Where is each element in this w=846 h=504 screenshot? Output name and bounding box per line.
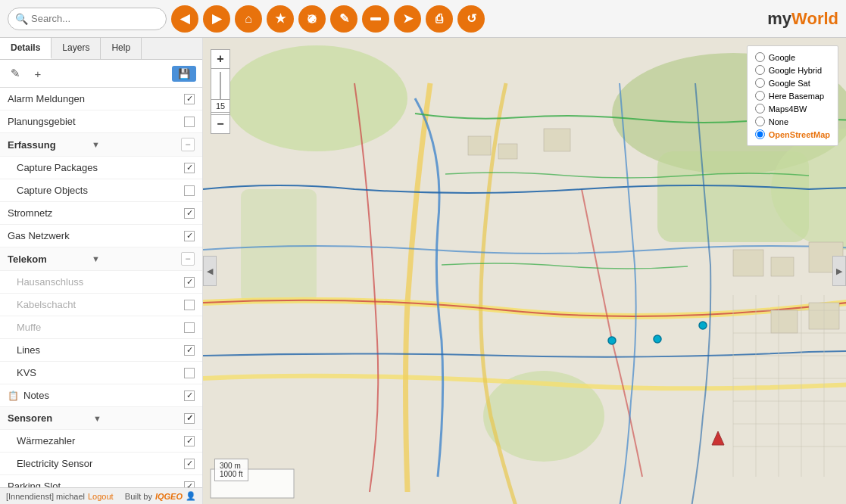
svg-rect-1	[370, 17, 381, 20]
logout-link[interactable]: Logout	[88, 492, 114, 501]
svg-rect-19	[544, 129, 570, 151]
layer-item-sensoren[interactable]: Sensoren ▼	[0, 407, 202, 430]
svg-point-14	[654, 335, 661, 343]
scale-line2: 1000 ft	[220, 470, 243, 478]
checkbox-lines[interactable]	[184, 345, 195, 356]
layer-label-telekom: Telekom	[8, 254, 89, 265]
zoom-out-button[interactable]: −	[211, 114, 230, 134]
checkbox-notes[interactable]	[184, 390, 195, 401]
telekom-collapse-button[interactable]: −	[181, 252, 195, 266]
layer-item-erfassung[interactable]: Erfassung ▼ −	[0, 133, 202, 157]
basemap-none[interactable]: None	[755, 115, 830, 128]
statusbar-right: Built by IQGEO 👤	[125, 491, 196, 501]
zoom-in-button[interactable]: +	[211, 49, 230, 69]
layer-item-notes[interactable]: 📋 Notes	[0, 384, 202, 407]
home-button[interactable]: ⌂	[235, 5, 262, 33]
add-layer-button[interactable]: +	[29, 64, 47, 82]
back-button[interactable]: ◀	[171, 5, 198, 33]
tab-layers[interactable]: Layers	[52, 38, 101, 59]
layer-item-kvs[interactable]: KVS	[0, 362, 202, 384]
navigate-button[interactable]: ➤	[394, 5, 421, 33]
save-layers-button[interactable]: 💾	[172, 66, 196, 82]
checkbox-sensoren[interactable]	[184, 413, 195, 424]
checkbox-capture-packages[interactable]	[184, 163, 195, 173]
checkbox-warmezahler[interactable]	[184, 436, 195, 446]
layer-label-erfassung: Erfassung	[8, 139, 89, 151]
basemap-google-hybrid-radio[interactable]	[755, 65, 765, 75]
basemap-google-radio[interactable]	[755, 52, 765, 62]
sidebar-tabs: Details Layers Help	[0, 38, 202, 60]
svg-rect-17	[468, 136, 491, 155]
layer-item-kabelschacht[interactable]: Kabelschacht	[0, 294, 202, 316]
layer-label-notes: Notes	[23, 390, 184, 401]
link-button[interactable]	[298, 5, 326, 33]
layer-item-hausanschluss[interactable]: Hausanschluss	[0, 271, 202, 294]
checkbox-alarm[interactable]	[184, 94, 195, 104]
tab-help[interactable]: Help	[101, 38, 142, 59]
sidebar: Details Layers Help ✎ + 💾 Alarm Meldunge…	[0, 38, 203, 504]
checkbox-gas-netzwerk[interactable]	[184, 231, 195, 241]
print-button[interactable]: ⎙	[426, 5, 453, 33]
basemap-osm-radio[interactable]	[755, 129, 765, 139]
basemap-here-radio[interactable]	[755, 91, 765, 101]
layer-item-stromnetz[interactable]: Stromnetz	[0, 202, 202, 225]
checkbox-stromnetz[interactable]	[184, 208, 195, 219]
layer-item-electricity-sensor[interactable]: Electricity Sensor	[0, 453, 202, 475]
basemap-maps4bw-radio[interactable]	[755, 104, 765, 114]
notes-icon: 📋	[8, 390, 19, 401]
iqgeo-logo: IQGEO	[155, 492, 183, 501]
basemap-google[interactable]: Google	[755, 51, 830, 64]
checkbox-planungsgebiet[interactable]	[184, 117, 195, 127]
layer-item-capture-packages[interactable]: Capture Packages	[0, 157, 202, 179]
sensoren-expand-icon: ▼	[93, 414, 101, 423]
edit-layer-button[interactable]: ✎	[6, 64, 24, 82]
checkbox-hausanschluss[interactable]	[184, 277, 195, 288]
telekom-expand-icon: ▼	[92, 254, 100, 263]
layer-item-lines[interactable]: Lines	[0, 339, 202, 362]
app-logo: myWorld	[767, 9, 838, 29]
basemap-google-hybrid[interactable]: Google Hybrid	[755, 64, 830, 76]
svg-point-13	[608, 337, 616, 344]
layer-item-warmezahler[interactable]: Wärmezahler	[0, 430, 202, 453]
erfassung-collapse-button[interactable]: −	[181, 138, 195, 151]
map-container[interactable]: + 15 − ◀ ▶ Google Google Hybrid	[203, 38, 846, 504]
checkbox-capture-objects[interactable]	[184, 185, 195, 196]
layer-item-planungsgebiet[interactable]: Planungsgebiet	[0, 110, 202, 133]
svg-point-12	[483, 371, 604, 462]
basemap-none-label: None	[769, 117, 788, 126]
checkbox-muffe[interactable]	[184, 322, 195, 333]
forward-button[interactable]: ▶	[203, 5, 230, 33]
layer-item-parking-slot[interactable]: Parking Slot	[0, 475, 202, 487]
layer-label-capture-objects: Capture Objects	[17, 185, 184, 196]
basemap-maps4bw[interactable]: Maps4BW	[755, 102, 830, 115]
checkbox-parking-slot[interactable]	[184, 481, 195, 488]
favorites-button[interactable]: ★	[267, 5, 294, 33]
layer-item-gas-netzwerk[interactable]: Gas Netzwerk	[0, 225, 202, 247]
statusbar: [Innendienst] michael Logout Built by IQ…	[0, 487, 202, 504]
basemap-osm[interactable]: OpenStreetMap	[755, 128, 830, 141]
basemap-selector: Google Google Hybrid Google Sat Here Bas…	[747, 45, 838, 146]
basemap-google-sat[interactable]: Google Sat	[755, 76, 830, 89]
layer-item-capture-objects[interactable]: Capture Objects	[0, 179, 202, 202]
search-input[interactable]	[8, 8, 167, 30]
basemap-osm-label: OpenStreetMap	[769, 130, 830, 139]
basemap-none-radio[interactable]	[755, 117, 765, 126]
checkbox-kabelschacht[interactable]	[184, 300, 195, 310]
collapse-panel-right-button[interactable]: ▶	[832, 256, 846, 286]
checkbox-kvs[interactable]	[184, 368, 195, 378]
basemap-here[interactable]: Here Basemap	[755, 89, 830, 102]
basemap-google-sat-radio[interactable]	[755, 78, 765, 88]
svg-point-10	[771, 129, 846, 250]
edit-button[interactable]: ✎	[330, 5, 357, 33]
collapse-sidebar-button[interactable]: ◀	[203, 256, 217, 286]
checkbox-electricity-sensor[interactable]	[184, 459, 195, 469]
refresh-button[interactable]: ↺	[457, 5, 485, 33]
collapse-sidebar-icon: ◀	[207, 266, 213, 276]
layer-item-muffe[interactable]: Muffe	[0, 316, 202, 339]
search-container: 🔍	[8, 8, 167, 30]
layer-label-sensoren: Sensoren	[8, 412, 90, 424]
measure-button[interactable]	[362, 5, 389, 33]
layer-item-alarm[interactable]: Alarm Meldungen	[0, 88, 202, 110]
tab-details[interactable]: Details	[0, 38, 52, 59]
layer-item-telekom[interactable]: Telekom ▼ −	[0, 247, 202, 271]
